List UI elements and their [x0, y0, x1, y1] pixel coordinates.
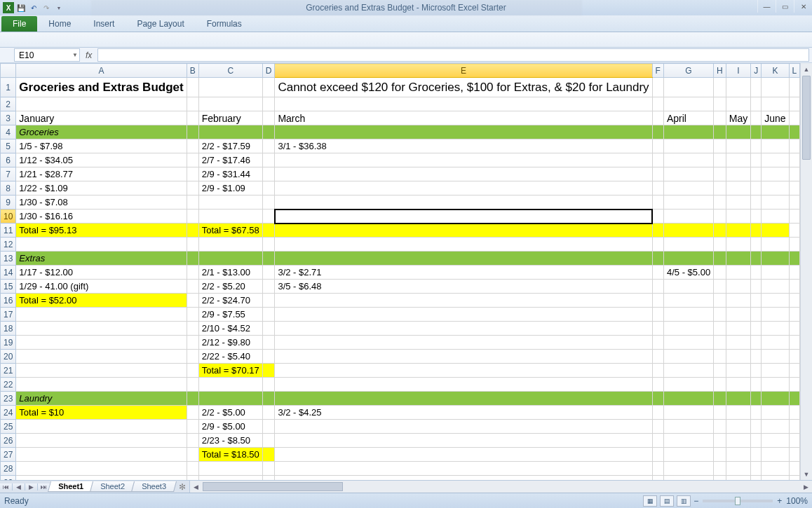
cell-F24[interactable] — [652, 406, 663, 420]
cell-A23[interactable]: Laundry — [16, 392, 187, 406]
cell-F16[interactable] — [652, 294, 663, 308]
cell-A8[interactable]: 1/22 - $1.09 — [16, 181, 187, 195]
cell-K11[interactable] — [762, 224, 789, 238]
cell-L24[interactable] — [789, 406, 800, 420]
ribbon-tab-formulas[interactable]: Formulas — [196, 16, 253, 32]
cell-I13[interactable] — [726, 252, 750, 266]
cell-C17[interactable]: 2/9 - $7.55 — [198, 308, 262, 322]
cell-E17[interactable] — [275, 308, 652, 322]
cell-G15[interactable] — [663, 280, 713, 294]
cell-L9[interactable] — [789, 195, 800, 210]
cell-K4[interactable] — [762, 125, 789, 139]
cell-D10[interactable] — [262, 210, 275, 224]
col-header-C[interactable]: C — [198, 64, 262, 78]
cell-H27[interactable] — [714, 448, 726, 462]
cell-F23[interactable] — [652, 392, 663, 406]
cell-G10[interactable] — [663, 210, 713, 224]
cell-A18[interactable] — [16, 322, 187, 336]
cell-E13[interactable] — [275, 252, 652, 266]
cell-H9[interactable] — [714, 195, 726, 210]
cell-L5[interactable] — [789, 139, 800, 153]
vscroll-thumb[interactable] — [802, 76, 811, 160]
cell-A7[interactable]: 1/21 - $28.77 — [16, 167, 187, 181]
cell-C22[interactable] — [198, 378, 262, 392]
cell-K28[interactable] — [762, 462, 789, 476]
cell-F11[interactable] — [652, 224, 663, 238]
cell-B10[interactable] — [187, 210, 198, 224]
cell-C18[interactable]: 2/10 - $4.52 — [198, 322, 262, 336]
cell-I14[interactable] — [726, 266, 750, 280]
cell-L27[interactable] — [789, 448, 800, 462]
cell-I3[interactable]: May — [726, 111, 750, 125]
cell-L1[interactable] — [789, 78, 800, 97]
cell-J2[interactable] — [751, 97, 762, 111]
spreadsheet-grid[interactable]: ABCDEFGHIJKLMNOP1Groceries and Extras Bu… — [0, 63, 812, 480]
cell-H13[interactable] — [714, 252, 726, 266]
cell-G13[interactable] — [663, 252, 713, 266]
row-header-17[interactable]: 17 — [1, 308, 16, 322]
cell-D26[interactable] — [262, 434, 275, 448]
row-header-4[interactable]: 4 — [1, 125, 16, 139]
col-header-A[interactable]: A — [16, 64, 187, 78]
cell-J3[interactable] — [751, 111, 762, 125]
cell-L13[interactable] — [789, 252, 800, 266]
cell-G14[interactable]: 4/5 - $5.00 — [663, 266, 713, 280]
cell-C28[interactable] — [198, 462, 262, 476]
cell-B4[interactable] — [187, 125, 198, 139]
tab-nav-next[interactable]: ▶ — [25, 483, 38, 490]
cell-J26[interactable] — [751, 434, 762, 448]
row-header-10[interactable]: 10 — [1, 210, 16, 224]
cell-F18[interactable] — [652, 322, 663, 336]
row-header-18[interactable]: 18 — [1, 322, 16, 336]
formula-input[interactable] — [97, 48, 809, 62]
cell-C4[interactable] — [198, 125, 262, 139]
cell-D3[interactable] — [262, 111, 275, 125]
cell-D11[interactable] — [262, 224, 275, 238]
cell-L28[interactable] — [789, 462, 800, 476]
cell-I25[interactable] — [726, 420, 750, 434]
cell-D12[interactable] — [262, 238, 275, 252]
cell-K12[interactable] — [762, 238, 789, 252]
cell-C16[interactable]: 2/2 - $24.70 — [198, 294, 262, 308]
row-header-26[interactable]: 26 — [1, 434, 16, 448]
cell-H1[interactable] — [714, 78, 726, 97]
cell-E4[interactable] — [275, 125, 652, 139]
cell-K22[interactable] — [762, 378, 789, 392]
cell-C5[interactable]: 2/2 - $17.59 — [198, 139, 262, 153]
cell-H15[interactable] — [714, 280, 726, 294]
cell-B23[interactable] — [187, 392, 198, 406]
cell-G19[interactable] — [663, 336, 713, 350]
cell-D18[interactable] — [262, 322, 275, 336]
cell-D28[interactable] — [262, 462, 275, 476]
cell-D27[interactable] — [262, 448, 275, 462]
cell-B14[interactable] — [187, 266, 198, 280]
cell-K9[interactable] — [762, 195, 789, 210]
cell-E6[interactable] — [275, 153, 652, 167]
cell-K18[interactable] — [762, 322, 789, 336]
col-header-K[interactable]: K — [762, 64, 789, 78]
cell-I7[interactable] — [726, 167, 750, 181]
col-header-G[interactable]: G — [663, 64, 713, 78]
cell-A25[interactable] — [16, 420, 187, 434]
col-header-F[interactable]: F — [652, 64, 663, 78]
cell-K23[interactable] — [762, 392, 789, 406]
cell-J6[interactable] — [751, 153, 762, 167]
cell-B13[interactable] — [187, 252, 198, 266]
cell-E26[interactable] — [275, 434, 652, 448]
cell-C10[interactable] — [198, 210, 262, 224]
cell-L6[interactable] — [789, 153, 800, 167]
row-header-15[interactable]: 15 — [1, 280, 16, 294]
cell-E24[interactable]: 3/2 - $4.25 — [275, 406, 652, 420]
row-header-16[interactable]: 16 — [1, 294, 16, 308]
cell-K5[interactable] — [762, 139, 789, 153]
cell-A24[interactable]: Total = $10 — [16, 406, 187, 420]
row-header-6[interactable]: 6 — [1, 153, 16, 167]
cell-I11[interactable] — [726, 224, 750, 238]
cell-A11[interactable]: Total = $95.13 — [16, 224, 187, 238]
cell-J25[interactable] — [751, 420, 762, 434]
cell-B5[interactable] — [187, 139, 198, 153]
cell-B19[interactable] — [187, 336, 198, 350]
cell-J9[interactable] — [751, 195, 762, 210]
cell-C15[interactable]: 2/2 - $5.20 — [198, 280, 262, 294]
cell-C9[interactable] — [198, 195, 262, 210]
